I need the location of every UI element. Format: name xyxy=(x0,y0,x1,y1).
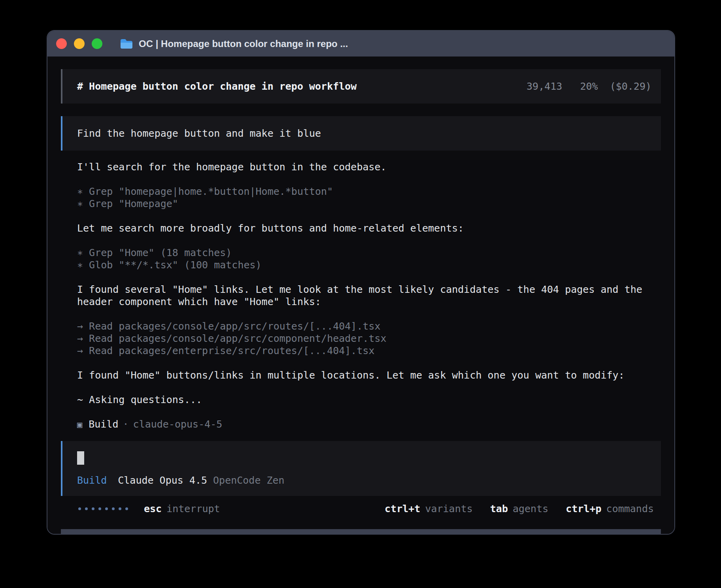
spinner-dots xyxy=(78,507,132,510)
esc-label: interrupt xyxy=(166,503,220,514)
terminal-window: OC | Homepage button color change in rep… xyxy=(47,30,675,535)
variants-key: ctrl+t xyxy=(385,503,420,514)
transcript-line: ∗ Grep "homepage|home.*button|Home.*butt… xyxy=(77,185,647,198)
transcript-line: → Read packages/enterprise/src/routes/[.… xyxy=(77,345,647,357)
agents-hint: tabagents xyxy=(490,503,548,515)
prompt-input[interactable]: BuildClaude Opus 4.5OpenCode Zen xyxy=(61,441,661,496)
window-titlebar[interactable]: OC | Homepage button color change in rep… xyxy=(47,31,674,57)
window-title: OC | Homepage button color change in rep… xyxy=(139,38,348,49)
token-count: 39,413 xyxy=(527,81,562,92)
transcript-line: → Read packages/console/app/src/componen… xyxy=(77,332,647,345)
transcript-assistant-block: I found several "Home" links. Let me loo… xyxy=(77,283,647,308)
agent-name: Build xyxy=(89,418,118,430)
user-message-text: Find the homepage button and make it blu… xyxy=(77,128,321,139)
agents-key: tab xyxy=(490,503,508,514)
transcript-line: Let me search more broadly for buttons a… xyxy=(77,222,647,234)
transcript-line: ∗ Grep "Homepage" xyxy=(77,198,647,210)
context-percent: 20% xyxy=(580,81,598,92)
session-stats: 39,413 20% ($0.29) xyxy=(527,80,651,92)
spinner-dot xyxy=(119,507,121,510)
spinner-dot xyxy=(78,507,81,510)
agent-model: claude-opus-4-5 xyxy=(133,418,223,430)
transcript-tool-block: → Read packages/console/app/src/routes/[… xyxy=(77,320,647,357)
transcript-tool-block: ∗ Grep "Home" (18 matches)∗ Glob "**/*.t… xyxy=(77,247,647,271)
transcript-tool-block: ∗ Grep "homepage|home.*button|Home.*butt… xyxy=(77,185,647,210)
agent-separator: · xyxy=(123,418,129,430)
transcript-line: I found "Home" buttons/links in multiple… xyxy=(77,369,647,381)
spinner-dot xyxy=(105,507,108,510)
esc-hint: escinterrupt xyxy=(144,503,220,515)
transcript-assistant-block: I found "Home" buttons/links in multiple… xyxy=(77,369,647,381)
transcript-line: ~ Asking questions... xyxy=(77,394,647,406)
variants-hint: ctrl+tvariants xyxy=(385,503,473,515)
session-cost: ($0.29) xyxy=(610,81,651,92)
terminal-content: # Homepage button color change in repo w… xyxy=(47,57,674,534)
esc-key: esc xyxy=(144,503,162,514)
transcript-line: ∗ Glob "**/*.tsx" (100 matches) xyxy=(77,259,647,271)
agent-mode-label[interactable]: Build xyxy=(77,475,107,486)
user-message: Find the homepage button and make it blu… xyxy=(61,116,661,151)
agents-label: agents xyxy=(513,503,548,514)
transcript-line: ∗ Grep "Home" (18 matches) xyxy=(77,247,647,259)
folder-icon xyxy=(120,38,133,49)
close-button[interactable] xyxy=(56,38,67,49)
transcript-line: → Read packages/console/app/src/routes/[… xyxy=(77,320,647,332)
transcript-assistant-block: I'll search for the homepage button in t… xyxy=(77,161,647,173)
provider-label: OpenCode Zen xyxy=(213,475,285,486)
status-bar: escinterrupt ctrl+tvariants tabagents ct… xyxy=(61,502,661,515)
spinner-dot xyxy=(92,507,94,510)
transcript-line: I found several "Home" links. Let me loo… xyxy=(77,283,647,308)
spinner-dot xyxy=(85,507,88,510)
spinner-dot xyxy=(98,507,101,510)
model-label[interactable]: Claude Opus 4.5 xyxy=(118,475,207,486)
transcript-activity-block: ~ Asking questions... xyxy=(77,394,647,406)
text-cursor xyxy=(77,451,84,465)
spinner-dot xyxy=(125,507,128,510)
spinner-dot xyxy=(112,507,115,510)
commands-hint: ctrl+pcommands xyxy=(566,503,654,515)
minimize-button[interactable] xyxy=(74,38,85,49)
variants-label: variants xyxy=(425,503,472,514)
desktop-background: OC | Homepage button color change in rep… xyxy=(0,0,721,588)
zoom-button[interactable] xyxy=(92,38,102,49)
commands-key: ctrl+p xyxy=(566,503,601,514)
transcript-assistant-block: Let me search more broadly for buttons a… xyxy=(77,222,647,234)
commands-label: commands xyxy=(606,503,654,514)
transcript-line: I'll search for the homepage button in t… xyxy=(77,161,647,173)
session-header: # Homepage button color change in repo w… xyxy=(61,69,661,104)
agent-status-line: ▣Build·claude-opus-4-5 xyxy=(61,418,661,431)
traffic-lights xyxy=(56,38,109,49)
session-title: # Homepage button color change in repo w… xyxy=(77,80,357,92)
transcript: I'll search for the homepage button in t… xyxy=(61,151,661,406)
agent-badge-icon: ▣ xyxy=(77,420,82,430)
input-meta-row: BuildClaude Opus 4.5OpenCode Zen xyxy=(77,474,651,486)
window-footer xyxy=(61,529,661,534)
